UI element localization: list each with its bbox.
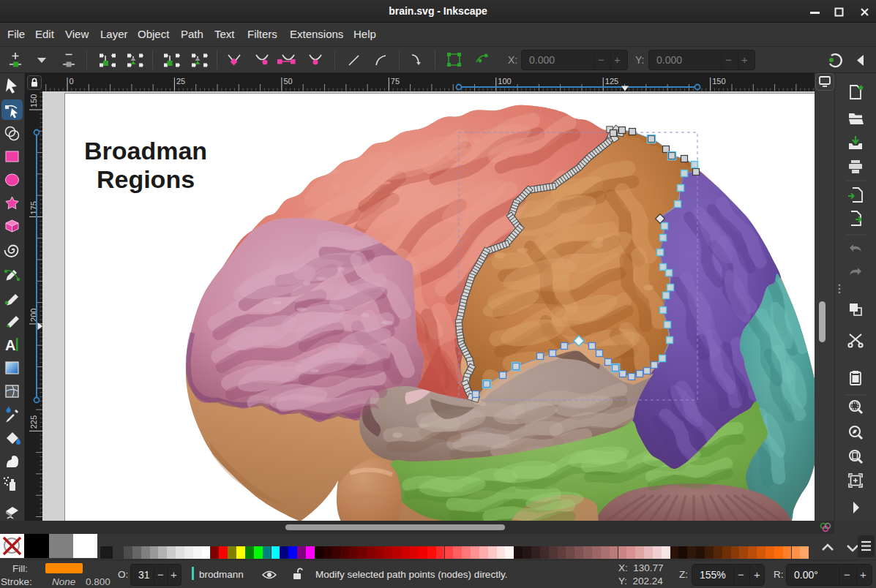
svg-text:0: 0	[70, 77, 74, 86]
svg-text:Regions: Regions	[97, 165, 195, 193]
svg-text:25: 25	[176, 77, 185, 86]
svg-text:Broadman: Broadman	[84, 137, 207, 165]
svg-text:50: 50	[283, 77, 292, 86]
svg-text:150: 150	[712, 77, 725, 86]
svg-text:150: 150	[29, 94, 38, 108]
svg-text:75: 75	[391, 77, 400, 86]
svg-text:125: 125	[605, 77, 618, 86]
svg-text:100: 100	[498, 77, 511, 86]
svg-text:A: A	[5, 337, 15, 353]
svg-text:225: 225	[29, 415, 38, 429]
